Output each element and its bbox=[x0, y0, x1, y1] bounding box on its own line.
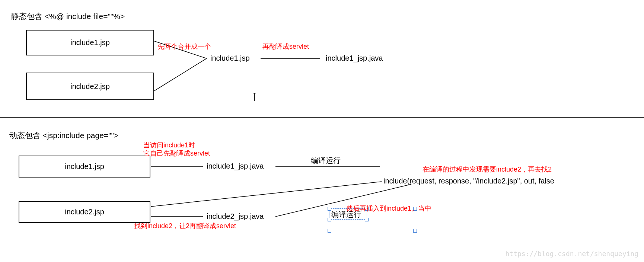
dynamic-note1-line1: 当访问include1时 bbox=[143, 141, 195, 150]
static-box2-label: include2.jsp bbox=[70, 82, 110, 91]
static-translate-note: 再翻译成servlet bbox=[262, 42, 309, 51]
static-merged-text: include1.jsp bbox=[210, 54, 250, 63]
static-merge-note: 先两个合并成一个 bbox=[157, 42, 211, 51]
resize-handle-icon[interactable] bbox=[328, 218, 331, 221]
dynamic-servlet2-text: include2_jsp.java bbox=[207, 212, 264, 221]
dynamic-box1-label: include1.jsp bbox=[65, 162, 104, 171]
resize-handle-icon[interactable] bbox=[413, 229, 417, 233]
svg-line-1 bbox=[154, 58, 207, 91]
dynamic-include-call: include(request, response, "/include2.js… bbox=[383, 177, 554, 185]
static-box1-label: include1.jsp bbox=[70, 38, 110, 47]
dynamic-box2-label: include2.jsp bbox=[65, 208, 104, 216]
static-box-include1: include1.jsp bbox=[26, 30, 154, 55]
static-servlet-text: include1_jsp.java bbox=[326, 54, 383, 63]
static-title: 静态包含 <%@ include file=""%> bbox=[11, 11, 125, 22]
dynamic-compile-run1: 编译运行 bbox=[311, 156, 341, 166]
text-cursor-icon bbox=[254, 93, 255, 101]
dynamic-note3: 找到include2，让2再翻译成servlet bbox=[134, 221, 236, 230]
dynamic-note4: 然后再插入到include1。当中 bbox=[346, 204, 431, 213]
dynamic-servlet1-text: include1_jsp.java bbox=[207, 162, 264, 170]
dynamic-title: 动态包含 <jsp:include page=""> bbox=[9, 130, 118, 141]
dynamic-note1-line2: 它自己先翻译成servlet bbox=[143, 149, 210, 158]
svg-line-6 bbox=[151, 182, 382, 207]
resize-handle-icon[interactable] bbox=[365, 218, 369, 221]
dynamic-box-include2: include2.jsp bbox=[19, 201, 150, 223]
dynamic-note2: 在编译的过程中发现需要include2，再去找2 bbox=[423, 165, 552, 174]
dynamic-box-include1: include1.jsp bbox=[19, 156, 150, 178]
static-box-include2: include2.jsp bbox=[26, 73, 154, 100]
resize-handle-icon[interactable] bbox=[328, 207, 331, 211]
watermark-text: https://blog.csdn.net/shenqueying bbox=[505, 250, 638, 258]
resize-handle-icon[interactable] bbox=[328, 229, 331, 233]
